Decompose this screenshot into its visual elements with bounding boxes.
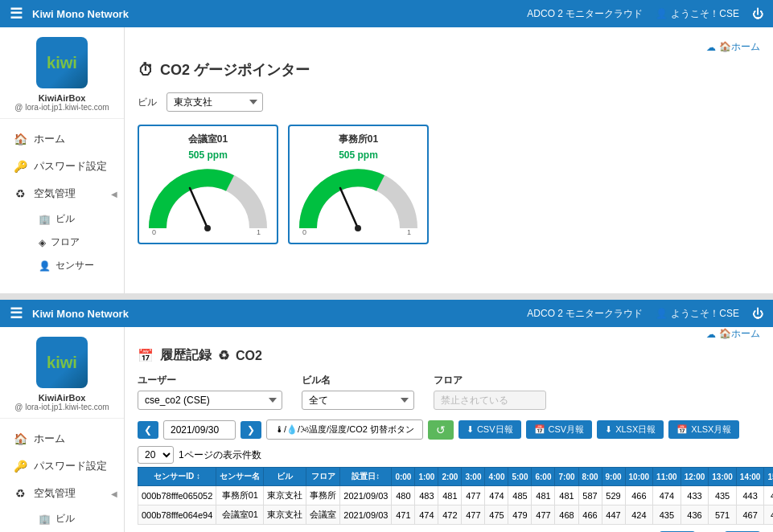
th-building[interactable]: ビル	[264, 468, 306, 486]
power-icon[interactable]: ⏻	[752, 7, 763, 20]
logo-box: kiwi	[36, 37, 88, 88]
sidebar-item-home-2[interactable]: 🏠 ホーム	[0, 425, 124, 452]
power-icon-2[interactable]: ⏻	[752, 307, 763, 320]
th-sensor-name[interactable]: センサー名	[216, 468, 264, 486]
sidebar-label-home: ホーム	[34, 132, 65, 146]
xlsx-monthly-btn[interactable]: 📅 XLSX月報	[668, 420, 739, 439]
cell-0-16: 474	[653, 486, 681, 505]
sidebar-item-building[interactable]: 🏢 ビル	[32, 207, 124, 231]
svg-text:0: 0	[152, 228, 156, 236]
cell-1-2: 東京支社	[264, 505, 306, 525]
cell-1-5: 471	[392, 505, 415, 525]
date-input[interactable]	[163, 420, 236, 440]
sidebar-sub-air-2: 🏢 ビル ◈ フロア 👤 センサー	[0, 507, 124, 532]
cell-1-13: 466	[578, 505, 602, 525]
sidebar-logo-2: kiwi KiwiAirBox @ lora-iot.jp1.kiwi-tec.…	[0, 327, 124, 419]
refresh-btn[interactable]: ↺	[428, 420, 454, 440]
main-content-1: ☁ 🏠ホーム ⏱ CO2 ゲージポインター ビル 東京支社 会議室01 505 …	[125, 27, 773, 293]
cell-0-1: 事務所01	[216, 486, 264, 505]
sidebar-item-sensor[interactable]: 👤 センサー	[32, 254, 124, 277]
cell-1-15: 424	[625, 505, 653, 525]
xlsx-daily-btn[interactable]: ⬇ XLSX日報	[597, 420, 664, 439]
gauge-ppm-2: 505 ppm	[296, 149, 421, 161]
sidebar-label-air: 空気管理	[34, 186, 76, 201]
gauge-icon: ⏱	[138, 61, 154, 80]
cell-0-14: 529	[602, 486, 625, 505]
user-icon: 👤	[656, 8, 668, 19]
csv-daily-btn[interactable]: ⬇ CSV日報	[458, 420, 521, 439]
sidebar-item-floor[interactable]: ◈ フロア	[32, 231, 124, 254]
gauge-card-2: 事務所01 505 ppm 0 1	[288, 125, 429, 244]
calendar-icon-2: 📅	[676, 424, 688, 435]
building-select-2[interactable]: 全て	[302, 391, 414, 410]
toggle-view-btn[interactable]: 🌡/💧/🌬温度/湿度/CO2 切替ボタン	[266, 419, 423, 440]
building-icon-2: 🏢	[39, 514, 51, 525]
sidebar-label-sensor: センサー	[56, 259, 94, 272]
page-size-select[interactable]: 20	[138, 446, 174, 464]
prev-date-btn[interactable]: ❮	[138, 421, 158, 439]
filter-row-2: ユーザー cse_co2 (CSE) ビル名 全て フロア 禁止されている	[138, 374, 760, 410]
th-0: 0:00	[392, 468, 415, 486]
th-12: 12:00	[680, 468, 709, 486]
cell-0-3: 事務所	[306, 486, 340, 505]
gauge-ppm-1: 505 ppm	[146, 149, 270, 161]
cloud-label-2: ADCO 2 モニタークラウド	[527, 307, 643, 321]
sidebar-logo: kiwi KiwiAirBox @ lora-iot.jp1.kiwi-tec.…	[0, 27, 124, 119]
th-1: 1:00	[415, 468, 438, 486]
cell-1-8: 477	[462, 505, 485, 525]
sidebar-appname: KiwiAirBox	[39, 93, 86, 103]
home-link-1[interactable]: ☁ 🏠ホーム	[138, 40, 760, 54]
sidebar-label-air-2: 空気管理	[34, 486, 76, 501]
table-row: 000b78fffe064e94会議室01東京支社会議室2021/09/0347…	[138, 505, 774, 525]
gauge-card-1: 会議室01 505 ppm 0 1	[138, 125, 278, 244]
th-sensor-id[interactable]: センサーID ↕	[138, 468, 216, 486]
sidebar-label-password-2: パスワード設定	[34, 459, 107, 473]
air-icon-2: ♻	[13, 487, 27, 500]
chevron-icon: ◀	[111, 190, 117, 198]
csv-monthly-btn[interactable]: 📅 CSV月報	[526, 420, 593, 439]
floor-select[interactable]: 禁止されている	[434, 391, 546, 410]
sidebar-item-password-2[interactable]: 🔑 パスワード設定	[0, 452, 124, 480]
air-icon: ♻	[13, 187, 27, 200]
topbar-2: ☰ Kiwi Mono Network ADCO 2 モニタークラウド 👤 よう…	[0, 300, 773, 327]
menu-hamburger-icon-2[interactable]: ☰	[10, 305, 23, 322]
building-select-1[interactable]: 東京支社	[167, 92, 263, 112]
user-filter-label: ユーザー	[138, 374, 282, 387]
sidebar-item-home[interactable]: 🏠 ホーム	[0, 125, 124, 153]
kiwi-logo-text: kiwi	[47, 54, 77, 72]
filter-row-1: ビル 東京支社	[138, 92, 760, 112]
cell-1-19: 467	[736, 505, 764, 525]
cell-0-15: 466	[625, 486, 653, 505]
th-8: 8:00	[578, 468, 602, 486]
sidebar-item-air-2[interactable]: ♻ 空気管理 ◀	[0, 480, 124, 507]
building-icon: 🏢	[39, 214, 51, 225]
cell-0-5: 480	[392, 486, 415, 505]
home-icon-2: 🏠	[13, 432, 27, 445]
cell-1-20: 472	[764, 505, 773, 525]
next-date-btn[interactable]: ❯	[241, 421, 261, 439]
sidebar-item-air[interactable]: ♻ 空気管理 ◀	[0, 180, 124, 207]
th-install-date[interactable]: 設置日↕	[340, 468, 392, 486]
menu-hamburger-icon[interactable]: ☰	[10, 5, 23, 23]
cell-0-10: 485	[508, 486, 532, 505]
panel2-title-history: 履歴記録	[160, 347, 212, 364]
gauge-svg-1: 0 1	[146, 164, 270, 236]
svg-point-1	[204, 225, 211, 231]
building-filter-group: ビル名 全て	[302, 374, 414, 410]
user-select[interactable]: cse_co2 (CSE)	[138, 391, 282, 410]
th-14: 14:00	[736, 468, 764, 486]
sidebar-nav-1: 🏠 ホーム 🔑 パスワード設定 ♻ 空気管理 ◀ 🏢 ビル	[0, 125, 124, 277]
th-3: 3:00	[462, 468, 485, 486]
sidebar-item-building-2[interactable]: 🏢 ビル	[32, 507, 124, 530]
cell-0-11: 481	[532, 486, 555, 505]
sidebar-label-building: ビル	[56, 212, 75, 226]
table-header-row: センサーID ↕ センサー名 ビル フロア 設置日↕ 0:00 1:00 2:0…	[138, 468, 774, 486]
th-floor[interactable]: フロア	[306, 468, 340, 486]
co2-icon: ♻	[218, 348, 229, 363]
section-title-2: 📅 履歴記録 ♻ CO2	[138, 347, 760, 364]
calendar-icon-1: 📅	[534, 424, 545, 435]
home-link-2[interactable]: ☁ 🏠ホーム	[138, 327, 760, 341]
page-size-row: 20 1ページの表示件数	[138, 446, 760, 464]
sidebar-item-password[interactable]: 🔑 パスワード設定	[0, 153, 124, 180]
history-icon: 📅	[138, 348, 154, 363]
